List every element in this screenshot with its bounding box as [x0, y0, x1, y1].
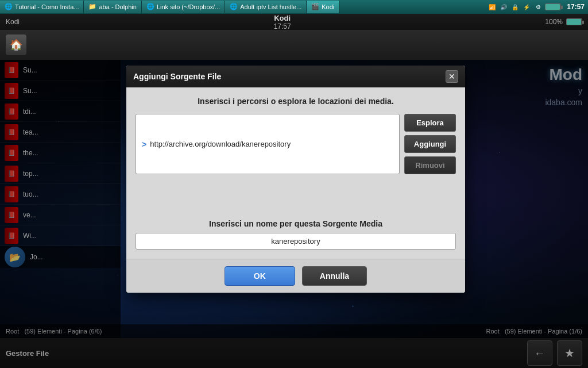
dialog-add-source: Aggiungi Sorgente File ✕ Inserisci i per…: [126, 66, 465, 293]
dialog-close-button[interactable]: ✕: [446, 70, 458, 83]
power-icon: ⚡: [522, 2, 531, 12]
tab-icon-link: 🌐: [146, 3, 154, 11]
kodi-battery: [566, 18, 582, 25]
kodi-title: Kodi: [274, 14, 291, 22]
tab-icon-kodi: 🎬: [311, 3, 319, 11]
dialog-footer: OK Annulla: [126, 259, 465, 293]
tab-icon-dolphin: 📁: [88, 3, 96, 11]
dialog-titlebar: Aggiungi Sorgente File ✕: [126, 66, 465, 87]
url-value: http://archive.org/download/kanereposito…: [150, 140, 291, 148]
dialog-overlay: Aggiungi Sorgente File ✕ Inserisci i per…: [0, 60, 588, 368]
tab-icon-iptv: 🌐: [230, 3, 238, 11]
taskbar-tabs: 🌐 Tutorial - Como Insta... 📁 aba - Dolph…: [0, 0, 484, 14]
network-icon: 📶: [488, 2, 497, 12]
dialog-name-label: Inserisci un nome per questa Sorgente Me…: [136, 219, 456, 228]
kodi-center: Kodi 17:57: [274, 14, 291, 30]
dialog-name-input[interactable]: [136, 233, 456, 250]
wifi-icon: 🔊: [499, 2, 508, 12]
kodi-app-label: Kodi: [6, 18, 20, 26]
dialog-action-buttons: Esplora Aggiungi Rimuovi: [404, 114, 456, 174]
tab-tutorial[interactable]: 🌐 Tutorial - Como Insta...: [0, 1, 84, 13]
dialog-title: Aggiungi Sorgente File: [133, 72, 221, 81]
tab-link-sito[interactable]: 🌐 Link sito (~/Dropbox/...: [142, 1, 225, 13]
dialog-spacer: [136, 180, 456, 214]
kodi-bar: Kodi Kodi 17:57 100%: [0, 14, 588, 30]
url-arrow-icon: >: [142, 140, 146, 149]
dialog-name-section: Inserisci un nome per questa Sorgente Me…: [136, 219, 456, 250]
main-content: Mod y idaba.com 📕 Su... 📕 Su... 📕 tdi...…: [0, 60, 588, 368]
kodi-right: 100%: [545, 18, 582, 26]
tab-iptv[interactable]: 🌐 Adult iptv List hustle...: [225, 1, 307, 13]
tab-dolphin[interactable]: 📁 aba - Dolphin: [84, 1, 141, 13]
system-time: 17:57: [567, 3, 585, 11]
battery-percent-label: 100%: [545, 18, 563, 26]
ok-button[interactable]: OK: [225, 266, 295, 286]
taskbar-system-tray: 📶 🔊 🔒 ⚡ ⚙ 17:57: [484, 2, 588, 12]
esplora-button[interactable]: Esplora: [404, 114, 456, 132]
dialog-instruction: Inserisci i percorsi o esplora le locazi…: [136, 97, 456, 106]
battery-indicator: [545, 3, 561, 10]
aggiungi-button[interactable]: Aggiungi: [404, 135, 456, 153]
rimuovi-button[interactable]: Rimuovi: [404, 156, 456, 174]
settings-icon: ⚙: [533, 2, 543, 12]
home-button[interactable]: 🏠: [6, 34, 26, 55]
taskbar: 🌐 Tutorial - Como Insta... 📁 aba - Dolph…: [0, 0, 588, 14]
tab-icon-tutorial: 🌐: [5, 3, 13, 11]
annulla-button[interactable]: Annulla: [302, 266, 367, 286]
kodi-time: 17:57: [274, 22, 291, 30]
tab-kodi[interactable]: 🎬 Kodi: [307, 1, 339, 13]
dialog-url-box[interactable]: > http://archive.org/download/kanereposi…: [136, 114, 400, 174]
kodi-home-bar: 🏠: [0, 30, 588, 60]
dialog-body: Inserisci i percorsi o esplora le locazi…: [126, 87, 465, 259]
dialog-url-row: > http://archive.org/download/kanereposi…: [136, 114, 456, 174]
volume-icon: 🔒: [510, 2, 520, 12]
